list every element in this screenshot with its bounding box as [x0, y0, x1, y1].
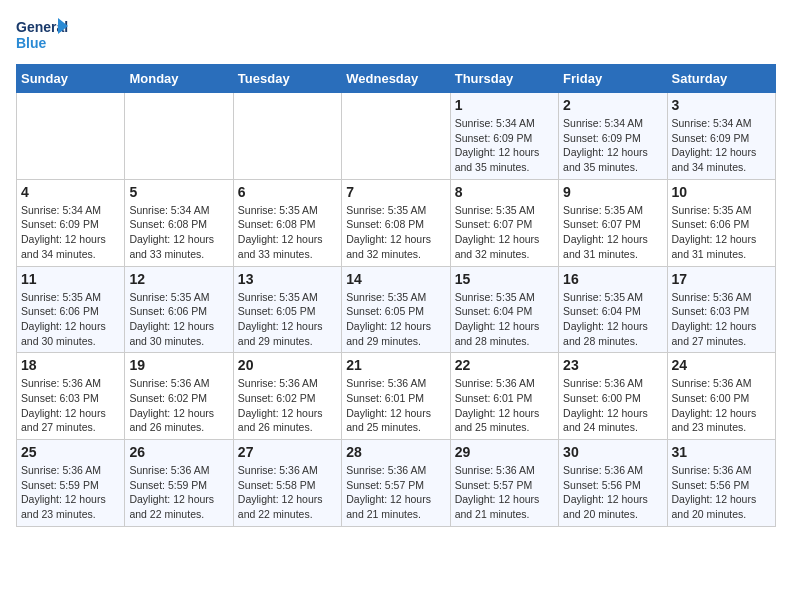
- calendar-cell: 28Sunrise: 5:36 AM Sunset: 5:57 PM Dayli…: [342, 440, 450, 527]
- cell-date-number: 28: [346, 444, 445, 460]
- cell-date-number: 25: [21, 444, 120, 460]
- cell-info-text: Sunrise: 5:34 AM Sunset: 6:09 PM Dayligh…: [455, 116, 554, 175]
- calendar-cell: 14Sunrise: 5:35 AM Sunset: 6:05 PM Dayli…: [342, 266, 450, 353]
- calendar-cell: 24Sunrise: 5:36 AM Sunset: 6:00 PM Dayli…: [667, 353, 775, 440]
- cell-date-number: 15: [455, 271, 554, 287]
- cell-date-number: 10: [672, 184, 771, 200]
- calendar-cell: 18Sunrise: 5:36 AM Sunset: 6:03 PM Dayli…: [17, 353, 125, 440]
- calendar-cell: 2Sunrise: 5:34 AM Sunset: 6:09 PM Daylig…: [559, 93, 667, 180]
- cell-info-text: Sunrise: 5:36 AM Sunset: 6:02 PM Dayligh…: [129, 376, 228, 435]
- cell-info-text: Sunrise: 5:36 AM Sunset: 6:03 PM Dayligh…: [21, 376, 120, 435]
- cell-info-text: Sunrise: 5:36 AM Sunset: 6:03 PM Dayligh…: [672, 290, 771, 349]
- calendar-week-row: 11Sunrise: 5:35 AM Sunset: 6:06 PM Dayli…: [17, 266, 776, 353]
- cell-date-number: 27: [238, 444, 337, 460]
- page-header: GeneralBlue: [16, 16, 776, 56]
- calendar-cell: 20Sunrise: 5:36 AM Sunset: 6:02 PM Dayli…: [233, 353, 341, 440]
- cell-info-text: Sunrise: 5:34 AM Sunset: 6:09 PM Dayligh…: [21, 203, 120, 262]
- cell-date-number: 7: [346, 184, 445, 200]
- cell-info-text: Sunrise: 5:36 AM Sunset: 6:00 PM Dayligh…: [672, 376, 771, 435]
- calendar-week-row: 25Sunrise: 5:36 AM Sunset: 5:59 PM Dayli…: [17, 440, 776, 527]
- cell-info-text: Sunrise: 5:35 AM Sunset: 6:06 PM Dayligh…: [672, 203, 771, 262]
- calendar-cell: 17Sunrise: 5:36 AM Sunset: 6:03 PM Dayli…: [667, 266, 775, 353]
- cell-date-number: 30: [563, 444, 662, 460]
- cell-info-text: Sunrise: 5:36 AM Sunset: 6:02 PM Dayligh…: [238, 376, 337, 435]
- cell-date-number: 3: [672, 97, 771, 113]
- cell-info-text: Sunrise: 5:34 AM Sunset: 6:08 PM Dayligh…: [129, 203, 228, 262]
- cell-date-number: 19: [129, 357, 228, 373]
- calendar-cell: [342, 93, 450, 180]
- cell-info-text: Sunrise: 5:35 AM Sunset: 6:08 PM Dayligh…: [238, 203, 337, 262]
- cell-info-text: Sunrise: 5:36 AM Sunset: 5:56 PM Dayligh…: [563, 463, 662, 522]
- calendar-week-row: 1Sunrise: 5:34 AM Sunset: 6:09 PM Daylig…: [17, 93, 776, 180]
- cell-info-text: Sunrise: 5:36 AM Sunset: 6:00 PM Dayligh…: [563, 376, 662, 435]
- cell-date-number: 21: [346, 357, 445, 373]
- cell-info-text: Sunrise: 5:36 AM Sunset: 5:59 PM Dayligh…: [129, 463, 228, 522]
- cell-date-number: 17: [672, 271, 771, 287]
- calendar-cell: 4Sunrise: 5:34 AM Sunset: 6:09 PM Daylig…: [17, 179, 125, 266]
- cell-date-number: 18: [21, 357, 120, 373]
- cell-info-text: Sunrise: 5:35 AM Sunset: 6:07 PM Dayligh…: [563, 203, 662, 262]
- cell-info-text: Sunrise: 5:35 AM Sunset: 6:04 PM Dayligh…: [455, 290, 554, 349]
- cell-date-number: 16: [563, 271, 662, 287]
- svg-text:Blue: Blue: [16, 35, 47, 51]
- cell-info-text: Sunrise: 5:35 AM Sunset: 6:08 PM Dayligh…: [346, 203, 445, 262]
- cell-date-number: 4: [21, 184, 120, 200]
- calendar-cell: 11Sunrise: 5:35 AM Sunset: 6:06 PM Dayli…: [17, 266, 125, 353]
- calendar-cell: 23Sunrise: 5:36 AM Sunset: 6:00 PM Dayli…: [559, 353, 667, 440]
- calendar-day-header: Monday: [125, 65, 233, 93]
- calendar-cell: 12Sunrise: 5:35 AM Sunset: 6:06 PM Dayli…: [125, 266, 233, 353]
- calendar-cell: 21Sunrise: 5:36 AM Sunset: 6:01 PM Dayli…: [342, 353, 450, 440]
- cell-date-number: 24: [672, 357, 771, 373]
- calendar-week-row: 4Sunrise: 5:34 AM Sunset: 6:09 PM Daylig…: [17, 179, 776, 266]
- cell-date-number: 8: [455, 184, 554, 200]
- cell-date-number: 5: [129, 184, 228, 200]
- calendar-cell: 30Sunrise: 5:36 AM Sunset: 5:56 PM Dayli…: [559, 440, 667, 527]
- logo: GeneralBlue: [16, 16, 72, 56]
- calendar-day-header: Sunday: [17, 65, 125, 93]
- cell-date-number: 22: [455, 357, 554, 373]
- calendar-cell: 3Sunrise: 5:34 AM Sunset: 6:09 PM Daylig…: [667, 93, 775, 180]
- calendar-table: SundayMondayTuesdayWednesdayThursdayFrid…: [16, 64, 776, 527]
- cell-info-text: Sunrise: 5:36 AM Sunset: 6:01 PM Dayligh…: [455, 376, 554, 435]
- calendar-day-header: Wednesday: [342, 65, 450, 93]
- cell-info-text: Sunrise: 5:35 AM Sunset: 6:04 PM Dayligh…: [563, 290, 662, 349]
- calendar-day-header: Saturday: [667, 65, 775, 93]
- cell-date-number: 20: [238, 357, 337, 373]
- cell-info-text: Sunrise: 5:36 AM Sunset: 5:57 PM Dayligh…: [346, 463, 445, 522]
- calendar-cell: 15Sunrise: 5:35 AM Sunset: 6:04 PM Dayli…: [450, 266, 558, 353]
- calendar-cell: 13Sunrise: 5:35 AM Sunset: 6:05 PM Dayli…: [233, 266, 341, 353]
- calendar-cell: 1Sunrise: 5:34 AM Sunset: 6:09 PM Daylig…: [450, 93, 558, 180]
- cell-info-text: Sunrise: 5:35 AM Sunset: 6:05 PM Dayligh…: [346, 290, 445, 349]
- cell-info-text: Sunrise: 5:36 AM Sunset: 5:58 PM Dayligh…: [238, 463, 337, 522]
- calendar-cell: 16Sunrise: 5:35 AM Sunset: 6:04 PM Dayli…: [559, 266, 667, 353]
- calendar-cell: 9Sunrise: 5:35 AM Sunset: 6:07 PM Daylig…: [559, 179, 667, 266]
- calendar-week-row: 18Sunrise: 5:36 AM Sunset: 6:03 PM Dayli…: [17, 353, 776, 440]
- cell-info-text: Sunrise: 5:36 AM Sunset: 5:59 PM Dayligh…: [21, 463, 120, 522]
- calendar-cell: 26Sunrise: 5:36 AM Sunset: 5:59 PM Dayli…: [125, 440, 233, 527]
- cell-date-number: 31: [672, 444, 771, 460]
- cell-info-text: Sunrise: 5:36 AM Sunset: 5:56 PM Dayligh…: [672, 463, 771, 522]
- cell-info-text: Sunrise: 5:36 AM Sunset: 6:01 PM Dayligh…: [346, 376, 445, 435]
- calendar-day-header: Tuesday: [233, 65, 341, 93]
- cell-info-text: Sunrise: 5:35 AM Sunset: 6:06 PM Dayligh…: [21, 290, 120, 349]
- calendar-cell: 7Sunrise: 5:35 AM Sunset: 6:08 PM Daylig…: [342, 179, 450, 266]
- cell-info-text: Sunrise: 5:35 AM Sunset: 6:06 PM Dayligh…: [129, 290, 228, 349]
- calendar-cell: 27Sunrise: 5:36 AM Sunset: 5:58 PM Dayli…: [233, 440, 341, 527]
- cell-info-text: Sunrise: 5:35 AM Sunset: 6:07 PM Dayligh…: [455, 203, 554, 262]
- calendar-cell: 6Sunrise: 5:35 AM Sunset: 6:08 PM Daylig…: [233, 179, 341, 266]
- calendar-cell: 5Sunrise: 5:34 AM Sunset: 6:08 PM Daylig…: [125, 179, 233, 266]
- calendar-day-header: Thursday: [450, 65, 558, 93]
- cell-date-number: 1: [455, 97, 554, 113]
- calendar-cell: 10Sunrise: 5:35 AM Sunset: 6:06 PM Dayli…: [667, 179, 775, 266]
- calendar-header-row: SundayMondayTuesdayWednesdayThursdayFrid…: [17, 65, 776, 93]
- cell-date-number: 12: [129, 271, 228, 287]
- cell-date-number: 13: [238, 271, 337, 287]
- cell-date-number: 26: [129, 444, 228, 460]
- calendar-cell: 8Sunrise: 5:35 AM Sunset: 6:07 PM Daylig…: [450, 179, 558, 266]
- cell-date-number: 14: [346, 271, 445, 287]
- calendar-cell: [17, 93, 125, 180]
- cell-info-text: Sunrise: 5:34 AM Sunset: 6:09 PM Dayligh…: [563, 116, 662, 175]
- calendar-cell: 22Sunrise: 5:36 AM Sunset: 6:01 PM Dayli…: [450, 353, 558, 440]
- cell-info-text: Sunrise: 5:36 AM Sunset: 5:57 PM Dayligh…: [455, 463, 554, 522]
- calendar-cell: 25Sunrise: 5:36 AM Sunset: 5:59 PM Dayli…: [17, 440, 125, 527]
